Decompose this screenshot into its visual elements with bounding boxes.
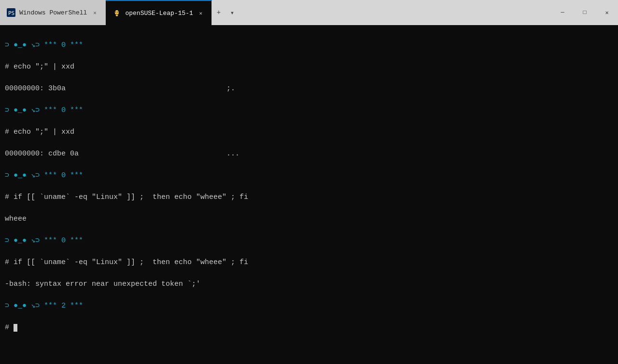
terminal-line-9: wheee: [5, 214, 613, 225]
output-3: wheee: [5, 215, 27, 223]
minimize-icon: ─: [561, 9, 564, 16]
powershell-tab-close[interactable]: ✕: [91, 9, 98, 16]
powershell-tab-label: Windows PowerShell: [19, 9, 87, 16]
svg-text:PS: PS: [8, 10, 14, 16]
terminal-line-2: # echo ";" | xxd: [5, 62, 613, 73]
cursor: [14, 324, 17, 332]
terminal-line-11: # if [[ `uname` -eq "Linux" ]] ; then ec…: [5, 257, 613, 268]
maximize-icon: □: [583, 9, 586, 16]
prompt-4: ⊃ ●_● ↘⊃ *** 0 ***: [5, 237, 83, 245]
terminal-line-5: # echo ";" | xxd: [5, 127, 613, 138]
add-tab-icon: +: [217, 9, 221, 16]
titlebar: PS Windows PowerShell ✕ openSUSE-Leap-15…: [0, 0, 618, 25]
terminal-line-4: ⊃ ●_● ↘⊃ *** 0 ***: [5, 105, 613, 116]
command-3: # if [[ `uname` -eq "Linux" ]] ; then ec…: [5, 193, 248, 201]
prompt-2: ⊃ ●_● ↘⊃ *** 0 ***: [5, 106, 83, 114]
maximize-button[interactable]: □: [574, 0, 596, 25]
command-2: # echo ";" | xxd: [5, 128, 74, 136]
window-controls: ─ □ ✕: [551, 0, 618, 25]
terminal-line-12: -bash: syntax error near unexpected toke…: [5, 279, 613, 290]
tab-opensuse[interactable]: openSUSE-Leap-15-1 ✕: [106, 0, 211, 25]
terminal-line-3: 00000000: 3b0a ;.: [5, 84, 613, 95]
prompt-5: ⊃ ●_● ↘⊃ *** 2 ***: [5, 302, 83, 310]
prompt-1: ⊃ ●_● ↘⊃ *** 0 ***: [5, 41, 83, 49]
terminal-content[interactable]: ⊃ ●_● ↘⊃ *** 0 *** # echo ";" | xxd 0000…: [0, 25, 618, 364]
svg-point-8: [116, 14, 118, 16]
dropdown-icon: ▾: [230, 9, 234, 17]
terminal-line-7: ⊃ ●_● ↘⊃ *** 0 ***: [5, 170, 613, 182]
output-2: 00000000: cdbe 0a ...: [5, 150, 239, 158]
tab-powershell[interactable]: PS Windows PowerShell ✕: [0, 0, 106, 25]
terminal-line-6: 00000000: cdbe 0a ...: [5, 149, 613, 160]
prompt-3: ⊃ ●_● ↘⊃ *** 0 ***: [5, 171, 83, 180]
minimize-button[interactable]: ─: [551, 0, 574, 25]
svg-point-4: [115, 12, 116, 13]
error-output: -bash: syntax error near unexpected toke…: [5, 280, 200, 288]
close-button[interactable]: ✕: [596, 0, 618, 25]
terminal-line-14: #: [5, 322, 613, 334]
powershell-icon: PS: [7, 8, 15, 17]
svg-point-6: [116, 13, 118, 14]
opensuse-tab-close[interactable]: ✕: [197, 9, 205, 17]
current-input[interactable]: #: [5, 323, 17, 332]
output-1: 00000000: 3b0a ;.: [5, 84, 235, 93]
tab-dropdown-button[interactable]: ▾: [225, 6, 239, 19]
close-icon: ✕: [605, 9, 608, 16]
command-1: # echo ";" | xxd: [5, 63, 74, 71]
command-4: # if [[ `uname` -eq "Linux" ]] ; then ec…: [5, 258, 248, 266]
terminal-line-1: ⊃ ●_● ↘⊃ *** 0 ***: [5, 40, 613, 51]
add-tab-button[interactable]: +: [212, 6, 225, 19]
terminal-line-13: ⊃ ●_● ↘⊃ *** 2 ***: [5, 301, 613, 312]
linux-icon: [112, 9, 121, 17]
terminal-line-10: ⊃ ●_● ↘⊃ *** 0 ***: [5, 236, 613, 247]
svg-point-5: [117, 12, 118, 13]
terminal-line-8: # if [[ `uname` -eq "Linux" ]] ; then ec…: [5, 192, 613, 203]
opensuse-tab-label: openSUSE-Leap-15-1: [125, 10, 193, 17]
